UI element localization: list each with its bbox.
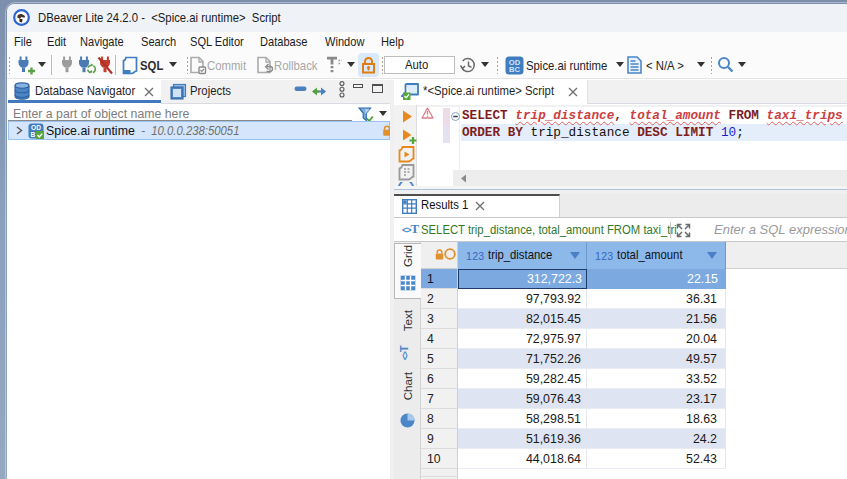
svg-text:BC: BC (509, 65, 520, 74)
svg-text:B: B (30, 131, 35, 138)
svg-text:OD: OD (31, 124, 41, 131)
